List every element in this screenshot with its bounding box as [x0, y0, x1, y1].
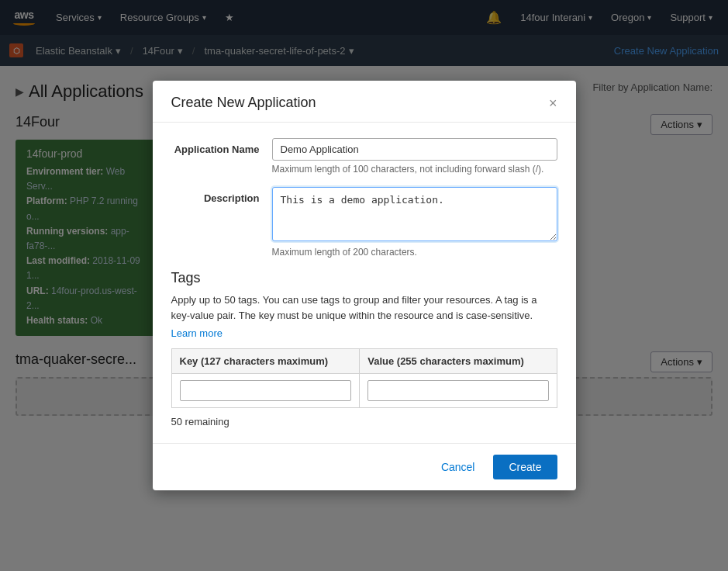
value-column-header: Value (255 characters maximum) — [360, 349, 557, 374]
cancel-button[interactable]: Cancel — [430, 455, 486, 479]
description-hint: Maximum length of 200 characters. — [272, 247, 557, 258]
create-button[interactable]: Create — [493, 455, 557, 479]
description-field-group: Maximum length of 200 characters. — [272, 187, 557, 258]
description-row: Description Maximum length of 200 charac… — [171, 187, 557, 258]
app-name-label: Application Name — [171, 138, 272, 155]
modal-footer: Cancel Create — [153, 443, 576, 490]
modal-title: Create New Application — [171, 95, 316, 111]
tags-title: Tags — [171, 270, 557, 286]
app-name-input[interactable] — [272, 138, 557, 161]
value-cell — [360, 374, 557, 408]
tags-table-row — [171, 374, 557, 408]
tags-description: Apply up to 50 tags. You can use tags to… — [171, 292, 557, 323]
modal-body: Application Name Maximum length of 100 c… — [153, 123, 576, 443]
description-label: Description — [171, 187, 272, 204]
key-cell — [171, 374, 360, 408]
tags-table: Key (127 characters maximum) Value (255 … — [171, 348, 557, 408]
description-textarea[interactable] — [272, 187, 557, 241]
modal-close-button[interactable]: × — [549, 96, 557, 110]
tags-table-header: Key (127 characters maximum) Value (255 … — [171, 349, 557, 374]
learn-more-link[interactable]: Learn more — [171, 327, 223, 339]
tag-key-input[interactable] — [180, 380, 352, 401]
app-name-hint: Maximum length of 100 characters, not in… — [272, 164, 557, 175]
create-application-modal: Create New Application × Application Nam… — [153, 81, 576, 490]
tag-value-input[interactable] — [367, 380, 548, 401]
key-column-header: Key (127 characters maximum) — [171, 349, 360, 374]
app-name-row: Application Name Maximum length of 100 c… — [171, 138, 557, 175]
app-name-field-group: Maximum length of 100 characters, not in… — [272, 138, 557, 175]
tags-section: Tags Apply up to 50 tags. You can use ta… — [171, 270, 557, 427]
remaining-count: 50 remaining — [171, 416, 557, 427]
modal-header: Create New Application × — [153, 81, 576, 123]
modal-overlay: Create New Application × Application Nam… — [0, 0, 728, 571]
